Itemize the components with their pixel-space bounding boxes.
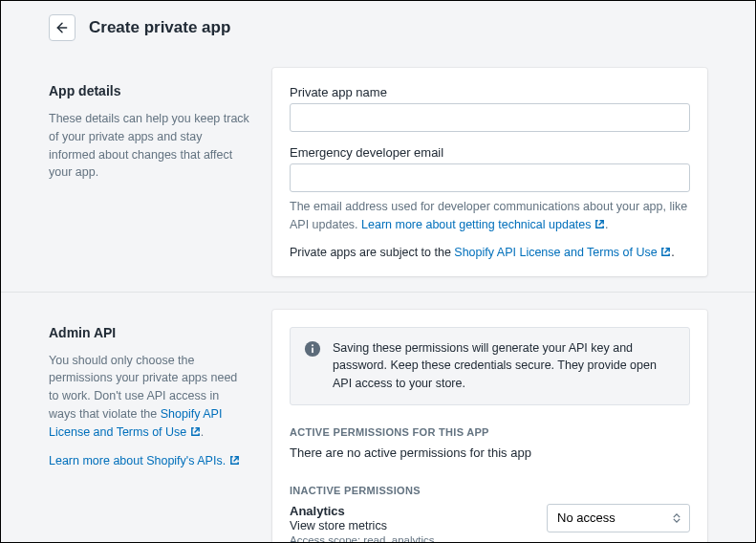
svg-point-3 [312, 344, 313, 346]
section-app-details-info: App details These details can help you k… [49, 68, 249, 276]
arrow-left-icon [54, 20, 70, 35]
emergency-email-input[interactable] [290, 163, 690, 192]
app-details-heading: App details [49, 83, 249, 98]
permission-desc: View store metrics [290, 519, 535, 532]
app-details-description: These details can help you keep track of… [49, 110, 249, 182]
private-app-name-label: Private app name [290, 85, 690, 99]
permission-select-analytics[interactable]: No access [547, 504, 690, 532]
card-admin-api: Saving these permissions will generate y… [272, 310, 707, 544]
external-link-icon [229, 453, 240, 464]
active-permissions-heading: ACTIVE PERMISSIONS FOR THIS APP [290, 426, 690, 438]
back-button[interactable] [49, 14, 76, 41]
external-link-icon [660, 247, 671, 257]
permission-row-analytics: Analytics View store metrics Access scop… [290, 504, 690, 543]
section-admin-api: Admin API You should only choose the per… [49, 310, 707, 544]
private-app-name-input[interactable] [290, 103, 690, 132]
inactive-permissions-heading: INACTIVE PERMISSIONS [290, 485, 690, 496]
learn-shopify-apis-link[interactable]: Learn more about Shopify's APIs. [49, 454, 240, 467]
active-permissions-empty: There are no active permissions for this… [290, 445, 690, 460]
admin-api-description: You should only choose the permissions y… [49, 352, 249, 442]
card-app-details: Private app name Emergency developer ema… [272, 68, 707, 276]
section-admin-api-info: Admin API You should only choose the per… [49, 310, 249, 544]
emergency-email-label: Emergency developer email [290, 145, 690, 160]
page-header: Create private app [49, 14, 707, 41]
page-title: Create private app [89, 18, 230, 37]
terms-prefix-text: Private apps are subject to the [290, 246, 454, 259]
section-divider [1, 292, 755, 293]
permissions-banner: Saving these permissions will generate y… [290, 327, 690, 405]
emergency-email-help: The email address used for developer com… [290, 198, 690, 234]
admin-api-heading: Admin API [49, 325, 249, 340]
svg-rect-2 [312, 347, 313, 352]
private-apps-terms: Private apps are subject to the Shopify … [290, 246, 690, 259]
permissions-banner-text: Saving these permissions will generate y… [333, 339, 676, 393]
external-link-icon [594, 217, 605, 228]
external-link-icon [190, 424, 201, 435]
learn-technical-updates-link[interactable]: Learn more about getting technical updat… [361, 218, 605, 231]
permission-scope: Access scope: read_analytics [290, 534, 535, 543]
permission-title: Analytics [290, 504, 535, 518]
shopify-api-license-link[interactable]: Shopify API License and Terms of Use [454, 246, 671, 259]
section-app-details: App details These details can help you k… [49, 68, 707, 276]
info-icon [304, 340, 321, 358]
